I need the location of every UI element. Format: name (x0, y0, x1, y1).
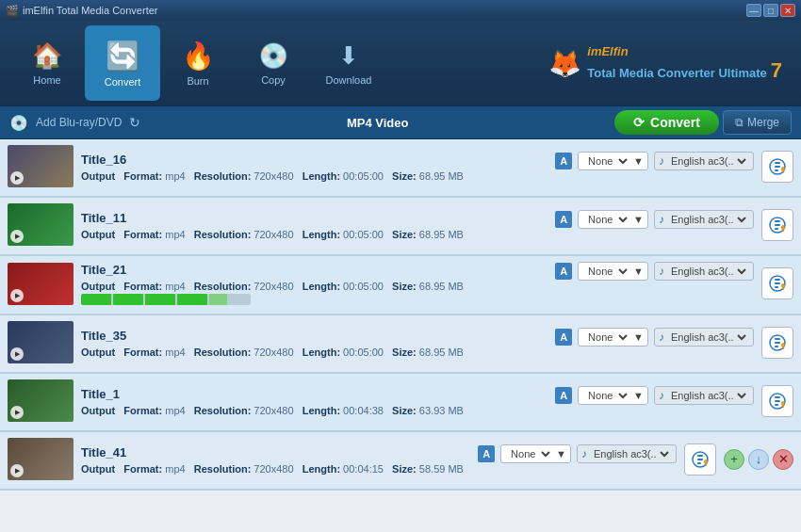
svg-rect-15 (775, 346, 778, 347)
format-label: MP4 Video (347, 116, 409, 130)
subtitle-select[interactable]: None▼ (578, 210, 648, 229)
svg-rect-2 (775, 166, 780, 168)
svg-rect-17 (775, 396, 780, 398)
toolbar-burn[interactable]: 🔥 Burn (160, 25, 236, 101)
audio-select[interactable]: ♪English ac3(.. (654, 152, 754, 170)
convert-icon-green: ⟳ (633, 115, 645, 130)
toolbar: 🏠 Home 🔄 Convert 🔥 Burn 💿 Copy ⬇ Downloa… (0, 21, 801, 105)
toolbar-download[interactable]: ⬇ Download (311, 25, 386, 101)
action-bar-left: 💿 Add Blu-ray/DVD ↻ (9, 114, 140, 132)
edit-button[interactable] (761, 151, 793, 183)
row-add-button[interactable]: + (724, 449, 744, 470)
file-title: Title_1 (81, 387, 120, 401)
home-icon: 🏠 (32, 41, 62, 71)
edit-button[interactable] (684, 443, 716, 476)
refresh-icon[interactable]: ↻ (129, 115, 140, 130)
svg-rect-13 (775, 338, 780, 340)
file-title: Title_11 (81, 211, 126, 225)
svg-rect-11 (775, 286, 778, 288)
title-bar: 🎬 imElfin Total Media Converter — □ ✕ (0, 0, 801, 21)
edit-button[interactable] (761, 209, 793, 241)
minimize-button[interactable]: — (746, 4, 761, 17)
row-delete-button[interactable]: ✕ (773, 449, 793, 470)
audio-select[interactable]: ♪English ac3(.. (577, 444, 677, 463)
svg-rect-14 (775, 342, 780, 344)
thumb-play-icon[interactable]: ▶ (10, 230, 24, 243)
audio-select[interactable]: ♪English ac3(.. (654, 386, 754, 405)
file-row: ▶Title_41ANone▼♪English ac3(..Output For… (0, 432, 801, 491)
toolbar-copy-label: Copy (261, 74, 286, 86)
file-meta: Output Format: mp4 Resolution: 720x480 L… (81, 170, 754, 182)
audio-select[interactable]: ♪English ac3(.. (654, 262, 754, 281)
subtitle-a-label: A (478, 445, 495, 462)
file-meta: Output Format: mp4 Resolution: 720x480 L… (81, 463, 677, 475)
subtitle-a-label: A (555, 153, 572, 169)
subtitle-select[interactable]: None▼ (578, 328, 648, 347)
file-thumbnail: ▶ (8, 263, 74, 305)
copy-icon: 💿 (258, 41, 288, 71)
thumb-play-icon[interactable]: ▶ (10, 406, 24, 419)
svg-rect-22 (697, 459, 703, 460)
audio-select[interactable]: ♪English ac3(.. (654, 328, 754, 347)
title-bar-controls: — □ ✕ (746, 4, 795, 17)
thumb-play-icon[interactable]: ▶ (10, 464, 24, 477)
file-title: Title_41 (81, 445, 126, 459)
progress-bar (81, 294, 251, 305)
app-icon: 🎬 (6, 5, 19, 17)
action-bar-center: MP4 Video (347, 116, 409, 130)
audio-select[interactable]: ♪English ac3(.. (654, 210, 754, 229)
add-bluray-label: Add Blu-ray/DVD (36, 116, 122, 129)
svg-rect-21 (697, 455, 703, 457)
bluray-icon: 💿 (9, 114, 28, 132)
toolbar-home[interactable]: 🏠 Home (9, 25, 85, 101)
thumb-play-icon[interactable]: ▶ (10, 289, 24, 302)
file-list: ▶Title_16ANone▼♪English ac3(..Output For… (0, 139, 801, 532)
file-title: Title_35 (81, 329, 126, 343)
row-down-button[interactable]: ↓ (748, 449, 769, 470)
thumb-play-icon[interactable]: ▶ (10, 171, 24, 185)
merge-icon: ⧉ (735, 116, 744, 129)
logo-version: 7 (771, 58, 782, 83)
edit-button[interactable] (761, 267, 793, 299)
toolbar-convert-label: Convert (105, 76, 141, 88)
edit-button[interactable] (761, 385, 793, 417)
svg-rect-3 (775, 169, 778, 171)
logo-area: 🦊 imElfin Total Media Converter Ultimate… (548, 44, 792, 83)
logo-brand: imElfin (587, 44, 782, 58)
file-thumbnail: ▶ (8, 321, 74, 363)
subtitle-select[interactable]: None▼ (500, 444, 571, 463)
svg-rect-10 (775, 282, 780, 284)
svg-rect-9 (775, 279, 780, 281)
thumb-play-icon[interactable]: ▶ (10, 347, 24, 361)
toolbar-burn-label: Burn (187, 75, 208, 87)
file-title: Title_21 (81, 263, 126, 277)
subtitle-select[interactable]: None▼ (578, 262, 648, 281)
svg-rect-6 (775, 224, 780, 226)
fox-logo-icon: 🦊 (548, 48, 581, 79)
file-thumbnail: ▶ (8, 203, 74, 246)
burn-icon: 🔥 (182, 40, 215, 72)
convert-icon: 🔄 (106, 40, 140, 73)
svg-rect-1 (775, 162, 780, 164)
svg-rect-23 (697, 462, 701, 464)
title-bar-left: 🎬 imElfin Total Media Converter (6, 5, 157, 17)
subtitle-a-label: A (555, 387, 572, 404)
convert-button[interactable]: ⟳ Convert (614, 110, 719, 135)
svg-rect-7 (775, 228, 778, 230)
subtitle-select[interactable]: None▼ (578, 152, 648, 170)
file-thumbnail: ▶ (8, 379, 74, 422)
file-title: Title_16 (81, 153, 126, 167)
action-bar: 💿 Add Blu-ray/DVD ↻ MP4 Video ⟳ Convert … (0, 105, 801, 139)
toolbar-home-label: Home (33, 74, 60, 86)
file-thumbnail: ▶ (8, 438, 74, 480)
toolbar-convert[interactable]: 🔄 Convert (85, 25, 160, 101)
merge-button[interactable]: ⧉ Merge (723, 110, 792, 135)
toolbar-copy[interactable]: 💿 Copy (236, 25, 311, 101)
row-actions: +↓✕ (724, 449, 793, 470)
svg-rect-19 (775, 404, 778, 406)
file-row: ▶Title_1ANone▼♪English ac3(..Output Form… (0, 374, 801, 432)
maximize-button[interactable]: □ (763, 4, 778, 17)
edit-button[interactable] (761, 327, 793, 359)
subtitle-select[interactable]: None▼ (578, 386, 648, 405)
close-button[interactable]: ✕ (780, 4, 795, 17)
